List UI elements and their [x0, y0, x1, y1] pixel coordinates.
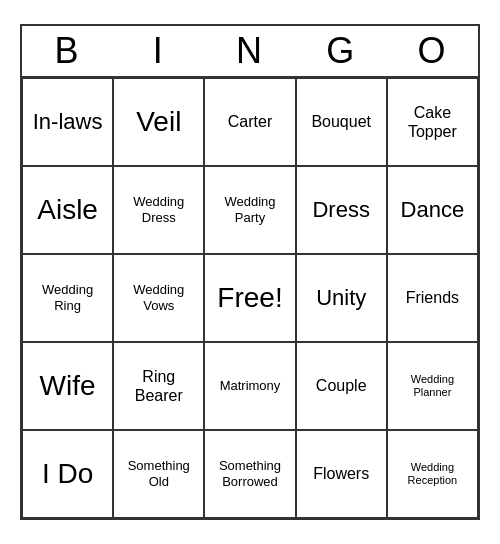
bingo-cell-text-22: Something Borrowed [209, 458, 290, 489]
bingo-grid: In-lawsVeilCarterBouquetCake TopperAisle… [22, 78, 478, 518]
bingo-cell-24: Wedding Reception [387, 430, 478, 518]
bingo-cell-0: In-laws [22, 78, 113, 166]
bingo-cell-text-16: Ring Bearer [118, 367, 199, 405]
bingo-cell-8: Dress [296, 166, 387, 254]
bingo-cell-15: Wife [22, 342, 113, 430]
bingo-cell-text-1: Veil [136, 105, 181, 139]
bingo-cell-text-8: Dress [312, 197, 369, 223]
bingo-cell-19: Wedding Planner [387, 342, 478, 430]
bingo-cell-text-13: Unity [316, 285, 366, 311]
bingo-cell-text-23: Flowers [313, 464, 369, 483]
bingo-header: BINGO [22, 26, 478, 78]
bingo-cell-18: Couple [296, 342, 387, 430]
bingo-cell-text-17: Matrimony [220, 378, 281, 394]
bingo-cell-6: Wedding Dress [113, 166, 204, 254]
bingo-cell-5: Aisle [22, 166, 113, 254]
bingo-cell-7: Wedding Party [204, 166, 295, 254]
bingo-cell-11: Wedding Vows [113, 254, 204, 342]
bingo-cell-14: Friends [387, 254, 478, 342]
bingo-cell-text-10: Wedding Ring [27, 282, 108, 313]
header-letter-N: N [204, 26, 295, 76]
bingo-cell-2: Carter [204, 78, 295, 166]
bingo-cell-22: Something Borrowed [204, 430, 295, 518]
bingo-cell-23: Flowers [296, 430, 387, 518]
bingo-cell-text-0: In-laws [33, 109, 103, 135]
bingo-cell-text-15: Wife [40, 369, 96, 403]
bingo-cell-text-11: Wedding Vows [118, 282, 199, 313]
bingo-cell-12: Free! [204, 254, 295, 342]
bingo-cell-21: Something Old [113, 430, 204, 518]
header-letter-I: I [113, 26, 204, 76]
bingo-cell-text-18: Couple [316, 376, 367, 395]
bingo-cell-text-19: Wedding Planner [392, 373, 473, 399]
bingo-cell-text-5: Aisle [37, 193, 98, 227]
bingo-cell-text-21: Something Old [118, 458, 199, 489]
bingo-cell-3: Bouquet [296, 78, 387, 166]
bingo-cell-4: Cake Topper [387, 78, 478, 166]
bingo-cell-text-20: I Do [42, 457, 93, 491]
header-letter-B: B [22, 26, 113, 76]
bingo-card: BINGO In-lawsVeilCarterBouquetCake Toppe… [20, 24, 480, 520]
bingo-cell-16: Ring Bearer [113, 342, 204, 430]
bingo-cell-text-7: Wedding Party [209, 194, 290, 225]
bingo-cell-text-4: Cake Topper [392, 103, 473, 141]
header-letter-O: O [387, 26, 478, 76]
bingo-cell-text-3: Bouquet [311, 112, 371, 131]
bingo-cell-10: Wedding Ring [22, 254, 113, 342]
bingo-cell-9: Dance [387, 166, 478, 254]
bingo-cell-text-6: Wedding Dress [118, 194, 199, 225]
bingo-cell-17: Matrimony [204, 342, 295, 430]
bingo-cell-text-12: Free! [217, 281, 282, 315]
bingo-cell-text-2: Carter [228, 112, 272, 131]
bingo-cell-text-24: Wedding Reception [392, 461, 473, 487]
bingo-cell-text-9: Dance [401, 197, 465, 223]
bingo-cell-text-14: Friends [406, 288, 459, 307]
bingo-cell-20: I Do [22, 430, 113, 518]
header-letter-G: G [296, 26, 387, 76]
bingo-cell-13: Unity [296, 254, 387, 342]
bingo-cell-1: Veil [113, 78, 204, 166]
